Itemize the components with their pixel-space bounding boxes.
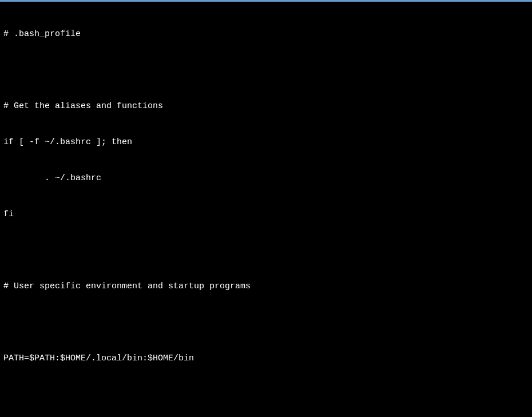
terminal-editor[interactable]: # .bash_profile # Get the aliases and fu…	[0, 2, 532, 417]
code-line: fi	[3, 208, 529, 220]
code-line	[3, 244, 529, 256]
code-line: # .bash_profile	[3, 28, 529, 40]
code-line: . ~/.bashrc	[3, 172, 529, 184]
code-line: # Get the aliases and functions	[3, 100, 529, 112]
code-line	[3, 64, 529, 76]
code-line	[3, 388, 529, 400]
code-line: # User specific environment and startup …	[3, 280, 529, 292]
code-line: if [ -f ~/.bashrc ]; then	[3, 136, 529, 148]
code-line: PATH=$PATH:$HOME/.local/bin:$HOME/bin	[3, 352, 529, 364]
code-line	[3, 316, 529, 328]
